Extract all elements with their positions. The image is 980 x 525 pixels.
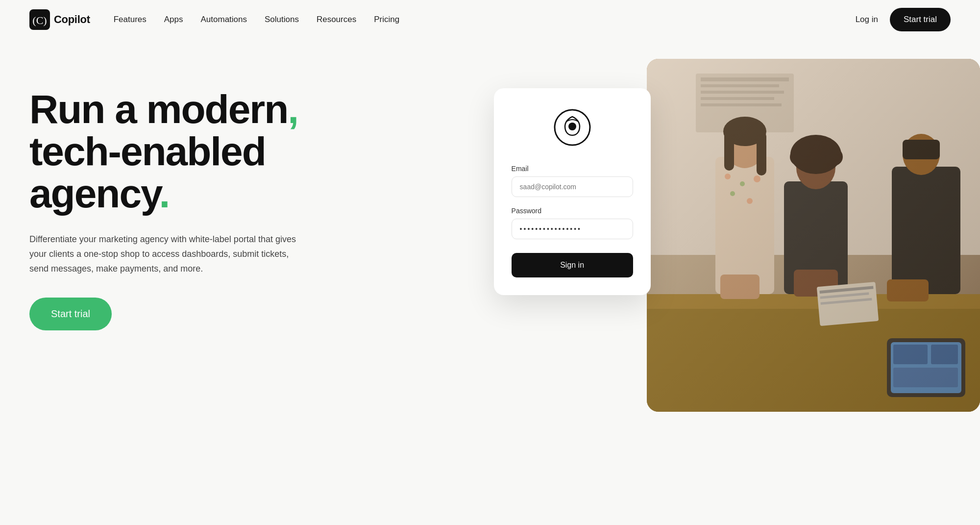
photo-overlay	[647, 59, 980, 412]
nav-item-resources[interactable]: Resources	[317, 15, 356, 25]
email-label: Email	[512, 165, 633, 173]
nav-link-resources[interactable]: Resources	[317, 15, 356, 24]
hero-heading-line2: tech-enabled	[29, 129, 266, 174]
navbar: (C) Copilot Features Apps Automations So…	[0, 0, 980, 39]
logo-icon: (C)	[29, 9, 50, 30]
start-trial-button-hero[interactable]: Start trial	[29, 298, 112, 330]
hero-right: Email Password Sign in	[509, 69, 951, 412]
nav-link-solutions[interactable]: Solutions	[265, 15, 299, 24]
email-field-group: Email	[512, 165, 633, 197]
nav-link-automations[interactable]: Automations	[201, 15, 247, 24]
hero-heading-line1: Run a modern,	[29, 87, 298, 131]
logo-text: Copilot	[54, 13, 90, 26]
nav-item-automations[interactable]: Automations	[201, 15, 247, 25]
nav-link-features[interactable]: Features	[114, 15, 147, 24]
password-field-group: Password	[512, 207, 633, 239]
nav-link-apps[interactable]: Apps	[164, 15, 183, 24]
heading-comma: ,	[288, 87, 298, 131]
nav-item-solutions[interactable]: Solutions	[265, 15, 299, 25]
nav-item-pricing[interactable]: Pricing	[374, 15, 399, 25]
login-card: Email Password Sign in	[494, 88, 651, 295]
hero-background-image	[647, 59, 980, 412]
nav-item-features[interactable]: Features	[114, 15, 147, 25]
svg-text:(C): (C)	[32, 14, 47, 26]
hero-left: Run a modern, tech-enabled agency. Diffe…	[29, 69, 509, 330]
hero-heading: Run a modern, tech-enabled agency.	[29, 88, 489, 215]
logo-link[interactable]: (C) Copilot	[29, 9, 90, 30]
hero-section: Run a modern, tech-enabled agency. Diffe…	[0, 39, 980, 525]
hero-subtext: Differentiate your marketing agency with…	[29, 232, 304, 276]
photo-simulation	[647, 59, 980, 412]
heading-period: .	[159, 171, 170, 216]
password-label: Password	[512, 207, 633, 215]
password-input[interactable]	[512, 219, 633, 239]
start-trial-button-nav[interactable]: Start trial	[890, 8, 951, 31]
nav-links: Features Apps Automations Solutions Reso…	[114, 15, 400, 25]
login-card-logo	[512, 108, 633, 147]
navbar-left: (C) Copilot Features Apps Automations So…	[29, 9, 399, 30]
navbar-right: Log in Start trial	[856, 8, 951, 31]
nav-link-pricing[interactable]: Pricing	[374, 15, 399, 24]
sign-in-button[interactable]: Sign in	[512, 253, 633, 277]
email-input[interactable]	[512, 176, 633, 197]
hero-heading-line3: agency.	[29, 171, 169, 216]
copilot-circle-icon	[553, 108, 592, 147]
svg-point-46	[568, 123, 576, 130]
login-link[interactable]: Log in	[856, 15, 878, 25]
nav-item-apps[interactable]: Apps	[164, 15, 183, 25]
